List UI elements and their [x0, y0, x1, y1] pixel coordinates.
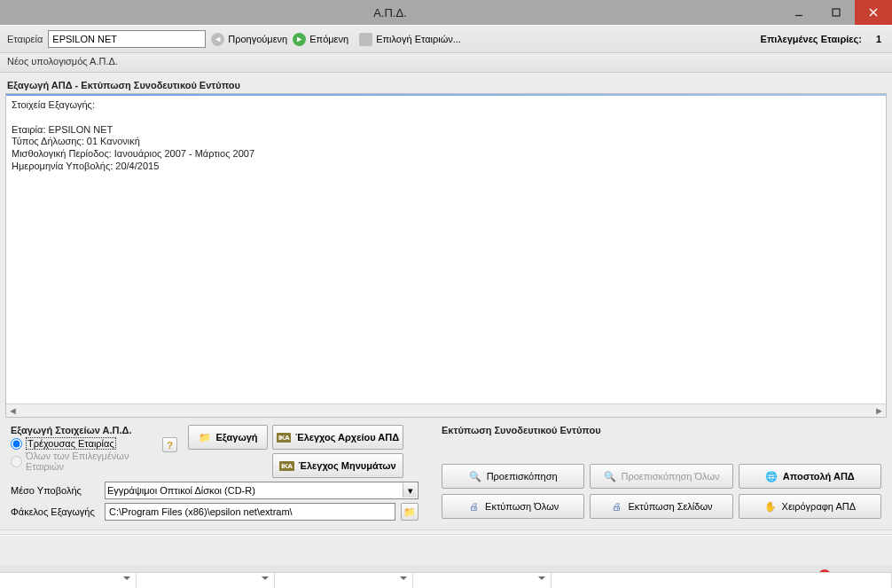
print-panel: Εκτύπωση Συνοδευτικού Εντύπου 🔍 Προεπισκ…	[436, 423, 887, 526]
ika-icon: IKA	[277, 433, 291, 443]
company-input[interactable]	[48, 30, 206, 48]
printer-icon: 🖨	[467, 500, 481, 514]
scroll-right-icon[interactable]: ►	[872, 404, 886, 418]
export-panel-title: Εξαγωγή Στοιχείων Α.Π.Δ.	[11, 425, 161, 435]
companies-icon	[359, 33, 372, 46]
status-cell-4[interactable]	[413, 573, 552, 588]
preview-icon: 🔍	[604, 470, 617, 483]
globe-icon: 🌐	[765, 470, 779, 483]
print-panel-title: Εκτύπωση Συνοδευτικού Εντύπου	[442, 425, 881, 435]
export-folder-input[interactable]	[105, 503, 395, 521]
arrow-right-icon: ►	[293, 33, 306, 46]
handwritten-button[interactable]: ✋ Χειρόγραφη ΑΠΔ	[739, 494, 881, 519]
check-messages-button[interactable]: IKA Έλεγχος Μηνυμάτων	[272, 453, 403, 478]
export-panel: Εξαγωγή Στοιχείων Α.Π.Δ. Τρέχουσας Εταιρ…	[5, 423, 424, 526]
help-button[interactable]: ?	[162, 437, 177, 452]
check-file-button[interactable]: IKA Έλεγχος Αρχείου ΑΠΔ	[272, 425, 403, 450]
status-cell-2[interactable]	[137, 573, 275, 588]
printer-icon: 🖨	[610, 500, 623, 514]
maximize-button[interactable]	[818, 0, 855, 25]
send-apd-button[interactable]: 🌐 Αποστολή ΑΠΔ	[739, 464, 881, 489]
company-label: Εταιρεία	[7, 34, 43, 44]
print-pages-button[interactable]: 🖨 Εκτύπωση Σελίδων	[590, 494, 732, 519]
export-icon: 📁	[198, 431, 211, 444]
radio-current-company[interactable]: Τρέχουσας Εταιρίας	[11, 437, 161, 450]
preview-all-button: 🔍 Προεπισκόπηση Όλων	[590, 464, 732, 489]
radio-all-companies: Όλων των Επιλεγμένων Εταιριών	[11, 451, 161, 472]
print-all-button[interactable]: 🖨 Εκτύπωση Όλων	[442, 494, 584, 519]
window-title: Α.Π.Δ.	[0, 6, 780, 20]
medium-select[interactable]: Εγγράψιμοι Οπτικοί Δίσκοι (CD-R) ▾	[105, 482, 419, 499]
status-cell-3[interactable]	[275, 573, 413, 588]
preview-icon: 🔍	[469, 470, 482, 483]
status-bar	[0, 572, 892, 588]
svg-rect-1	[833, 9, 840, 16]
select-companies-button[interactable]: Επιλογή Εταιριών...	[359, 33, 461, 46]
next-company-button[interactable]: ► Επόμενη	[293, 33, 348, 46]
status-cell-5	[552, 573, 892, 588]
close-button[interactable]	[855, 0, 892, 25]
status-cell-1[interactable]	[0, 573, 137, 588]
toolbar: Εταιρεία ◄ Προηγούμενη ► Επόμενη Επιλογή…	[0, 25, 892, 53]
horizontal-scrollbar[interactable]: ◄ ►	[6, 404, 886, 417]
ika-icon: IKA	[279, 461, 293, 471]
export-details-text: Στοιχεία Εξαγωγής: Εταιρία: EPSILON NET …	[6, 96, 886, 404]
minimize-button[interactable]	[780, 0, 818, 25]
folder-label: Φάκελος Εξαγωγής	[11, 506, 99, 517]
scroll-left-icon[interactable]: ◄	[6, 404, 20, 418]
breadcrumb: Νέος υπολογισμός Α.Π.Δ.	[0, 53, 892, 73]
browse-folder-button[interactable]: 📁	[401, 503, 419, 521]
selected-companies-label: Επιλεγμένες Εταιρίες:	[761, 34, 862, 44]
folder-icon: 📁	[403, 506, 416, 518]
preview-button[interactable]: 🔍 Προεπισκόπηση	[442, 464, 584, 489]
section-title: Εξαγωγή ΑΠΔ - Εκτύπωση Συνοδευτικού Εντύ…	[7, 80, 885, 90]
export-button[interactable]: 📁 Εξαγωγή	[188, 425, 268, 450]
selected-companies-count: 1	[876, 34, 881, 44]
medium-label: Μέσο Υποβολής	[11, 485, 99, 496]
hand-icon: ✋	[764, 500, 778, 514]
arrow-left-icon: ◄	[211, 33, 224, 46]
prev-company-button[interactable]: ◄ Προηγούμενη	[211, 33, 287, 46]
details-panel: Στοιχεία Εξαγωγής: Εταιρία: EPSILON NET …	[5, 93, 887, 418]
chevron-down-icon[interactable]: ▾	[403, 483, 417, 498]
titlebar: Α.Π.Δ.	[0, 0, 892, 25]
